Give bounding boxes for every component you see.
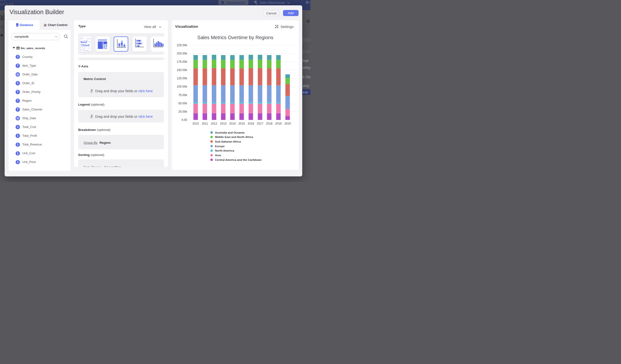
svg-text:200.00k: 200.00k xyxy=(177,52,187,55)
svg-text:Asia: Asia xyxy=(215,154,221,157)
svg-text:Central America and the Caribb: Central America and the Caribbean xyxy=(215,158,262,161)
svg-text:225.00k: 225.00k xyxy=(177,43,187,47)
svg-text:2011: 2011 xyxy=(202,122,208,125)
svg-text:100.00k: 100.00k xyxy=(177,85,187,88)
svg-text:2019: 2019 xyxy=(275,122,282,125)
svg-text:2016: 2016 xyxy=(247,122,254,125)
svg-text:2015: 2015 xyxy=(239,122,245,125)
svg-text:125.00k: 125.00k xyxy=(177,77,187,80)
svg-text:25.00k: 25.00k xyxy=(178,110,187,113)
svg-text:175.00k: 175.00k xyxy=(177,60,187,63)
svg-text:Australia and Oceania: Australia and Oceania xyxy=(215,131,244,134)
svg-text:Sub-Saharan Africa: Sub-Saharan Africa xyxy=(215,140,241,143)
svg-text:North America: North America xyxy=(215,149,234,152)
svg-text:2010: 2010 xyxy=(192,122,199,125)
svg-text:2013: 2013 xyxy=(220,122,226,125)
svg-text:75.00k: 75.00k xyxy=(178,93,187,97)
svg-text:0.00: 0.00 xyxy=(182,118,187,122)
svg-text:2020: 2020 xyxy=(284,122,291,125)
svg-text:Middle East and North Africa: Middle East and North Africa xyxy=(215,136,253,139)
svg-text:2012: 2012 xyxy=(211,122,217,125)
svg-text:2014: 2014 xyxy=(229,122,236,125)
svg-text:150.00k: 150.00k xyxy=(177,68,187,72)
svg-text:2017: 2017 xyxy=(257,122,263,125)
svg-text:Europe: Europe xyxy=(215,144,225,147)
svg-text:2018: 2018 xyxy=(266,122,273,125)
svg-text:50.00k: 50.00k xyxy=(178,102,187,105)
